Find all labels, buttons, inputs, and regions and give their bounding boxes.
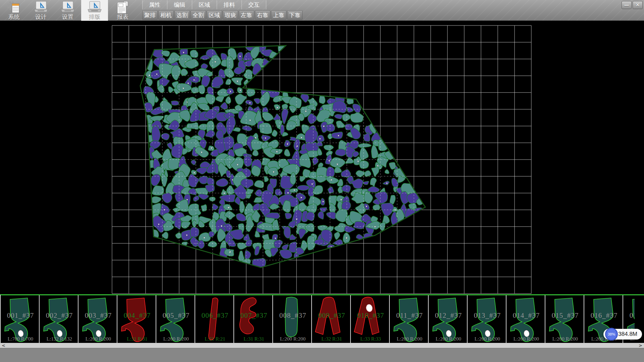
piece-thumbnail-009_#37[interactable]: 009_#37L:32 R:31 bbox=[312, 295, 351, 343]
scroll-left-arrow-icon[interactable]: < bbox=[0, 343, 7, 348]
action-button-7[interactable]: 左靠 bbox=[239, 10, 254, 20]
piece-lr-count: L:21 R:21 bbox=[195, 336, 234, 342]
piece-lr-count: L:700 R:700 bbox=[1, 336, 40, 342]
piece-id-label: 005_#37 bbox=[156, 311, 195, 320]
piece-thumbnail-007_#37[interactable]: 007_#37L:31 R:31 bbox=[234, 295, 273, 343]
main-toolbar: 系统设计设置排版报表 属性编辑区域排料交互 聚排相机选割全割区域瑕疵左靠右靠上靠… bbox=[0, 0, 644, 21]
app-button-label: 系统 bbox=[8, 14, 20, 20]
piece-id-label: 008_#37 bbox=[273, 311, 312, 320]
report-icon bbox=[115, 1, 130, 14]
minimize-button[interactable]: — bbox=[622, 1, 632, 9]
app-button-label: 排版 bbox=[89, 14, 100, 20]
menu-area: 属性编辑区域排料交互 聚排相机选割全割区域瑕疵左靠右靠上靠下靠 bbox=[142, 0, 303, 20]
piece-thumbnail-008_#37[interactable]: 008_#37L:200 R:200 bbox=[273, 295, 312, 343]
piece-id-label: 004_#37 bbox=[117, 311, 156, 320]
status-bar bbox=[0, 348, 644, 362]
piece-thumbnail-013_#37[interactable]: 013_#37L:200 R:200 bbox=[468, 295, 506, 343]
piece-lr-count: L:31 R:31 bbox=[234, 336, 273, 342]
piece-lr-count: L:200 R:200 bbox=[390, 336, 429, 342]
piece-id-label: 001_#37 bbox=[1, 311, 40, 320]
app-button-report[interactable]: 报表 bbox=[109, 0, 136, 21]
action-button-5[interactable]: 区域 bbox=[207, 10, 222, 20]
piece-thumbnail-001_#37[interactable]: 001_#37L:700 R:700 bbox=[1, 295, 40, 343]
piece-lr-count: L:31 R:31 bbox=[117, 336, 156, 342]
piece-thumbnail-012_#37[interactable]: 012_#37L:200 R:200 bbox=[429, 295, 468, 343]
piece-id-label: 013_#37 bbox=[468, 311, 506, 320]
piece-lr-count: L:33 R:33 bbox=[351, 336, 390, 342]
nesting-canvas-svg[interactable] bbox=[0, 21, 644, 294]
piece-id-label: 007_#37 bbox=[234, 311, 273, 320]
piece-id-label: 016_#37 bbox=[584, 311, 623, 320]
action-button-row: 聚排相机选割全割区域瑕疵左靠右靠上靠下靠 bbox=[142, 10, 303, 20]
piece-id-label: 012_#37 bbox=[429, 311, 468, 320]
action-button-2[interactable]: 相机 bbox=[158, 10, 174, 20]
piece-lr-count: L:200 R:200 bbox=[78, 336, 117, 342]
nesting-canvas[interactable] bbox=[0, 21, 644, 294]
menu-tab-4[interactable]: 排料 bbox=[217, 0, 241, 9]
piece-lr-count: L:200 R:200 bbox=[156, 336, 195, 342]
piece-lr-count: L:132 R:132 bbox=[40, 336, 78, 342]
app-button-nesting[interactable]: 排版 bbox=[81, 0, 108, 21]
piece-id-label: 009_#37 bbox=[312, 311, 351, 320]
horizontal-scrollbar[interactable]: < > bbox=[0, 343, 644, 348]
window-controls: — ✕ bbox=[622, 1, 643, 9]
piece-lr-count: L:200 R:200 bbox=[506, 336, 545, 342]
scroll-right-arrow-icon[interactable]: > bbox=[637, 343, 644, 348]
piece-id-label: 002_#37 bbox=[40, 311, 78, 320]
nesting-icon bbox=[87, 1, 102, 14]
piece-id-label: 010_#37 bbox=[351, 311, 390, 320]
piece-lr-count: L:200 R:200 bbox=[273, 336, 312, 342]
progress-percent-badge: 38% bbox=[605, 328, 618, 341]
piece-id-label: 006_#37 bbox=[195, 311, 234, 320]
piece-thumbnail-005_#37[interactable]: 005_#37L:200 R:200 bbox=[156, 295, 195, 343]
app-button-label: 设计 bbox=[35, 14, 47, 20]
piece-thumbnail-010_#37[interactable]: 010_#37L:33 R:33 bbox=[351, 295, 390, 343]
piece-id-label: 015_#37 bbox=[545, 311, 584, 320]
app-button-system[interactable]: 系统 bbox=[1, 0, 28, 21]
menu-tab-3[interactable]: 区域 bbox=[192, 0, 217, 9]
app-button-label: 设置 bbox=[62, 14, 73, 20]
action-button-3[interactable]: 选割 bbox=[174, 10, 190, 20]
piece-lr-count: L:200 R:200 bbox=[468, 336, 506, 342]
action-button-10[interactable]: 下靠 bbox=[287, 10, 303, 20]
app-button-design[interactable]: 设计 bbox=[28, 0, 54, 21]
app-button-settings[interactable]: 设置 bbox=[54, 0, 81, 21]
application-window: 系统设计设置排版报表 属性编辑区域排料交互 聚排相机选割全割区域瑕疵左靠右靠上靠… bbox=[0, 0, 644, 362]
app-button-label: 报表 bbox=[117, 14, 128, 20]
menu-tab-row: 属性编辑区域排料交互 bbox=[142, 0, 303, 9]
piece-thumbnail-015_#37[interactable]: 015_#37L:200 R:200 bbox=[545, 295, 584, 343]
system-icon bbox=[6, 1, 22, 14]
piece-thumbnail-014_#37[interactable]: 014_#37L:200 R:200 bbox=[506, 295, 545, 343]
app-mode-buttons: 系统设计设置排版报表 bbox=[1, 0, 136, 21]
menu-tab-5[interactable]: 交互 bbox=[241, 0, 266, 9]
piece-thumbnail-002_#37[interactable]: 002_#37L:132 R:132 bbox=[40, 295, 78, 343]
piece-id-label: 011_#37 bbox=[390, 311, 429, 320]
menu-tab-1[interactable]: 属性 bbox=[142, 0, 167, 9]
menu-tab-2[interactable]: 编辑 bbox=[167, 0, 192, 9]
action-button-6[interactable]: 瑕疵 bbox=[223, 10, 238, 20]
close-button[interactable]: ✕ bbox=[633, 1, 643, 9]
action-button-1[interactable]: 聚排 bbox=[142, 10, 158, 20]
piece-thumbnail-strip: 001_#37L:700 R:700002_#37L:132 R:132003_… bbox=[0, 294, 644, 343]
action-button-4[interactable]: 全割 bbox=[191, 10, 206, 20]
piece-thumbnail-006_#37[interactable]: 006_#37L:21 R:21 bbox=[195, 295, 234, 343]
piece-id-label: 003_#37 bbox=[78, 311, 117, 320]
piece-lr-count: L:32 R:31 bbox=[312, 336, 351, 342]
design-icon bbox=[33, 1, 49, 14]
action-button-9[interactable]: 上靠 bbox=[271, 10, 286, 20]
piece-thumbnail-011_#37[interactable]: 011_#37L:200 R:200 bbox=[390, 295, 429, 343]
piece-lr-count: L:200 R:200 bbox=[545, 336, 584, 342]
settings-icon bbox=[60, 1, 75, 14]
piece-lr-count: L:200 R:200 bbox=[429, 336, 468, 342]
action-button-8[interactable]: 右靠 bbox=[255, 10, 270, 20]
piece-thumbnail-004_#37[interactable]: 004_#37L:31 R:31 bbox=[117, 295, 156, 343]
piece-id-label: 014_#37 bbox=[506, 311, 545, 320]
piece-thumbnail-003_#37[interactable]: 003_#37L:200 R:200 bbox=[78, 295, 117, 343]
piece-id-label: 017_#37 bbox=[623, 311, 635, 320]
